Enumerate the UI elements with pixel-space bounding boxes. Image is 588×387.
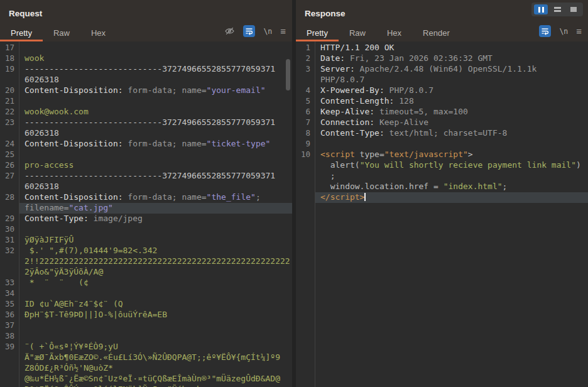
tab-raw[interactable]: Raw	[43, 25, 80, 41]
response-toolbar: \n ≡	[539, 25, 582, 37]
line-number: 39	[0, 342, 19, 352]
code-line[interactable]: </script>	[315, 192, 588, 203]
code-line[interactable]: Date: Fri, 23 Jan 2026 02:36:32 GMT	[315, 53, 588, 64]
code-line[interactable]	[19, 331, 292, 342]
layout-columns-button[interactable]	[534, 4, 548, 14]
code-line[interactable]: ÐpH¨$T-Tê9ÞD||]O-%|ôuüÝrêA=EB	[19, 310, 292, 320]
code-token: * ¨ ¨ (¢	[24, 278, 89, 287]
code-line[interactable]: * ¨ ¨ (¢	[19, 278, 292, 288]
line-number	[0, 384, 19, 387]
code-line[interactable]: Ä"æØ¯Ãxb¶0EæZO©.«Éu£Lí3Ó\»Ñ2ÛÐQPA@T;;êº¥…	[19, 352, 292, 363]
hide-nonprinting-button[interactable]	[224, 26, 235, 37]
word-wrap-button[interactable]	[539, 25, 551, 37]
line-number: 37	[0, 320, 19, 331]
line-number	[296, 171, 315, 182]
code-line[interactable]: ÿØÿàJFIFÿÛ	[19, 235, 292, 246]
code-line[interactable]	[315, 139, 588, 150]
code-line[interactable]: 2ÿÂo&"ÿÄ3ÿÚõÀ/A@	[19, 267, 292, 278]
line-number: 19	[0, 64, 19, 75]
code-line[interactable]: 6026318	[19, 75, 292, 85]
response-editor[interactable]: 12345678910 HTTP/1.1 200 OKDate: Fri, 23…	[296, 41, 588, 387]
line-number: 29	[0, 214, 19, 224]
code-line[interactable]: ID ¢u`A@Eh¨z4¨$¢¨ (Q	[19, 299, 292, 310]
code-line[interactable]: Server: Apache/2.4.48 (Win64) OpenSSL/1.…	[315, 64, 588, 75]
code-line[interactable]: HTTP/1.1 200 OK	[315, 43, 588, 53]
line-number: 6	[296, 107, 315, 117]
layout-single-button[interactable]	[567, 4, 580, 14]
line-number: 18	[0, 53, 19, 64]
code-line[interactable]: wook@wook.com	[19, 107, 292, 117]
line-number: 23	[0, 117, 19, 128]
word-wrap-button[interactable]	[243, 25, 255, 37]
code-line[interactable]: Content-Disposition: form-data; name="th…	[19, 192, 292, 203]
code-token: wook	[24, 53, 44, 63]
code-line[interactable]: Content-Length: 128	[315, 96, 588, 107]
code-line[interactable]: 2!!2222222222222222222222222222222222222…	[19, 256, 292, 267]
code-line[interactable]: Keep-Alive: timeout=5, max=100	[315, 107, 588, 117]
response-code[interactable]: HTTP/1.1 200 OKDate: Fri, 23 Jan 2026 02…	[315, 41, 588, 387]
code-token: "You will shortly recieve payment link m…	[360, 160, 576, 170]
code-token: "ticket-type"	[207, 139, 271, 148]
code-line[interactable]	[19, 288, 292, 299]
line-number	[0, 267, 19, 278]
code-token: X-Powered-By:	[320, 85, 384, 95]
request-panel: Request PrettyRawHex	[0, 0, 292, 387]
show-newlines-button[interactable]: \n	[559, 26, 568, 37]
code-line[interactable]: ;	[315, 171, 588, 182]
code-token: alert(	[320, 160, 360, 170]
code-line[interactable]: ----------------------------372749665528…	[19, 171, 292, 182]
code-line[interactable]: pro-access	[19, 160, 292, 171]
code-line[interactable]: Z8ÓD£¿R³Óñ½'N@uòZ*	[19, 363, 292, 374]
code-line[interactable]: $.' ",#(7),01444'9=82<.342	[19, 246, 292, 256]
code-line[interactable]: @‰u*ËH¼ß¯¿Ëæ©Sn¢¯UzºeÏ·¤tüÇQßæEÎmàÙn®³"m…	[19, 374, 292, 384]
code-line[interactable]: Content-Disposition: form-data; name="ti…	[19, 139, 292, 150]
code-token: "your-email"	[207, 85, 266, 95]
code-line[interactable]: PHP/8.0.7	[315, 75, 588, 85]
tab-pretty[interactable]: Pretty	[296, 25, 339, 41]
tab-raw[interactable]: Raw	[339, 25, 376, 41]
code-token: PHP/8.0.7	[384, 85, 433, 95]
line-number: 20	[0, 85, 19, 96]
code-line[interactable]	[19, 43, 292, 53]
code-line[interactable]: Content-Type: image/jpeg	[19, 214, 292, 224]
code-line[interactable]	[19, 96, 292, 107]
code-line[interactable]: Ðª*IÏéªvÎÛÚm:mªlóélENük]Ñ·¶ ·¨Ñéb b	[19, 384, 292, 387]
line-number: 27	[0, 171, 19, 182]
code-line[interactable]: Content-Disposition: form-data; name="yo…	[19, 85, 292, 96]
code-token: ¨( +`Ô«sª¦Ý¥ªÉÒ9;yU	[24, 342, 118, 351]
request-code[interactable]: wook----------------------------37274966…	[19, 41, 292, 387]
code-line[interactable]: Connection: Keep-Alive	[315, 117, 588, 128]
line-number	[0, 256, 19, 267]
request-scrollbar-thumb[interactable]	[286, 59, 290, 90]
code-line[interactable]: ----------------------------372749665528…	[19, 64, 292, 75]
code-token: Ä"æØ¯Ãxb¶0EæZO©.«Éu£Lí3Ó\»Ñ2ÛÐQPA@T;;êº¥…	[24, 352, 280, 362]
code-line[interactable]: 6026318	[19, 182, 292, 192]
editor-menu-button[interactable]: ≡	[280, 26, 286, 37]
tab-pretty[interactable]: Pretty	[0, 25, 43, 41]
code-line[interactable]: filename="cat.jpg"	[19, 203, 292, 214]
code-token: "index.html"	[444, 182, 503, 191]
code-line[interactable]: alert("You will shortly recieve payment …	[315, 160, 588, 171]
code-token: 128	[394, 96, 413, 106]
code-line[interactable]	[19, 224, 292, 235]
code-token: ----------------------------372749665528…	[24, 117, 275, 127]
code-line[interactable]: window.location.href = "index.html";	[315, 182, 588, 192]
line-number: 36	[0, 310, 19, 320]
code-line[interactable]: <script type="text/javascript">	[315, 150, 588, 160]
request-editor[interactable]: 1718192021222324252627282930313233343536…	[0, 41, 292, 387]
tab-hex[interactable]: Hex	[376, 25, 412, 41]
code-line[interactable]: ¨( +`Ô«sª¦Ý¥ªÉÒ9;yU	[19, 342, 292, 352]
tab-render[interactable]: Render	[412, 25, 460, 41]
editor-menu-button[interactable]: ≡	[576, 26, 582, 37]
response-gutter: 12345678910	[296, 41, 315, 387]
code-line[interactable]: Content-Type: text/html; charset=UTF-8	[315, 128, 588, 139]
code-line[interactable]: wook	[19, 53, 292, 64]
code-line[interactable]: ----------------------------372749665528…	[19, 117, 292, 128]
code-line[interactable]: 6026318	[19, 128, 292, 139]
code-line[interactable]: X-Powered-By: PHP/8.0.7	[315, 85, 588, 96]
code-line[interactable]	[19, 150, 292, 160]
tab-hex[interactable]: Hex	[80, 25, 116, 41]
show-newlines-button[interactable]: \n	[263, 26, 272, 37]
code-line[interactable]	[19, 320, 292, 331]
layout-rows-button[interactable]	[550, 4, 564, 14]
